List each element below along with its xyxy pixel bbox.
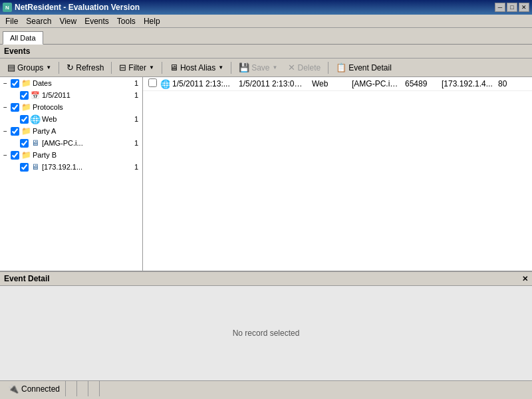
event-detail-body: No record selected — [0, 286, 532, 380]
expand-amg-pc[interactable] — [11, 139, 19, 147]
window-title: NetResident - Evaluation Version — [15, 3, 140, 12]
check-protocols[interactable] — [11, 103, 19, 112]
main-container: Events ▤ Groups ▼ ↻ Refresh ⊟ Filter ▼ 🖥 — [0, 44, 532, 380]
sep4 — [231, 62, 231, 74]
check-party-a[interactable] — [11, 127, 19, 136]
refresh-button[interactable]: ↻ Refresh — [62, 61, 108, 75]
expand-protocols[interactable]: − — [1, 103, 9, 111]
status-seg3 — [77, 381, 88, 396]
title-bar: N NetResident - Evaluation Version ─ □ ✕ — [0, 0, 532, 15]
folder-icon-party-a: 📁 — [21, 126, 31, 136]
label-ip: [173.192.1... — [42, 163, 134, 171]
toolbar: ▤ Groups ▼ ↻ Refresh ⊟ Filter ▼ 🖥 Host A… — [0, 59, 532, 77]
folder-icon-protocols: 📁 — [21, 102, 31, 112]
expand-ip[interactable] — [11, 163, 19, 171]
event-detail-button[interactable]: 📋 Event Detail — [331, 61, 396, 75]
folder-icon-dates: 📁 — [21, 78, 31, 88]
menu-file[interactable]: File — [1, 15, 22, 27]
tab-bar: All Data — [0, 28, 532, 44]
expand-web[interactable] — [11, 115, 19, 123]
event-detail-section: Event Detail ✕ No record selected — [0, 271, 532, 380]
label-date1: 1/5/2011 — [42, 91, 134, 99]
groups-icon: ▤ — [7, 63, 15, 72]
connected-label: Connected — [21, 384, 60, 394]
tree-panel: − 📁 Dates 1 📅 1/5/2011 1 − — [0, 77, 143, 271]
tree-item-dates[interactable]: − 📁 Dates 1 — [0, 77, 142, 89]
host-alias-icon: 🖥 — [170, 63, 178, 72]
delete-button[interactable]: ✕ Delete — [283, 61, 325, 75]
groups-dropdown-arrow: ▼ — [46, 65, 51, 70]
folder-icon-party-b: 📁 — [21, 150, 31, 160]
menu-view[interactable]: View — [55, 15, 80, 27]
row-port-0: 65489 — [402, 79, 439, 88]
events-header: Events — [0, 45, 532, 59]
row-protocol-0: Web — [309, 79, 349, 88]
row-date1-0: 1/5/2011 2:13:... — [170, 79, 236, 88]
menu-events[interactable]: Events — [80, 15, 113, 27]
row-party-a-0: [AMG-PC.int... — [349, 79, 402, 88]
row-protocol-icon-0: 🌐 — [160, 79, 170, 89]
status-connected: 🔌 Connected — [3, 381, 66, 396]
save-icon: 💾 — [239, 63, 249, 72]
window-controls: ─ □ ✕ — [495, 3, 529, 12]
no-record-text: No record selected — [233, 329, 300, 338]
check-dates[interactable] — [11, 79, 19, 88]
expand-date1[interactable] — [11, 91, 19, 99]
filter-dropdown-arrow: ▼ — [149, 65, 154, 70]
row-date2-0: 1/5/2011 2:13:00 ... — [236, 79, 309, 88]
check-web[interactable] — [20, 115, 29, 124]
label-party-a: Party A — [33, 127, 138, 135]
check-amg-pc[interactable] — [20, 139, 29, 148]
event-detail-title: Event Detail — [4, 274, 50, 283]
sep3 — [162, 62, 162, 74]
delete-icon: ✕ — [288, 63, 295, 72]
row-check-0[interactable] — [148, 78, 157, 87]
filter-icon: ⊟ — [119, 63, 126, 72]
tree-item-protocols[interactable]: − 📁 Protocols — [0, 101, 142, 113]
count-web: 1 — [134, 115, 138, 123]
label-protocols: Protocols — [33, 103, 138, 111]
check-party-b[interactable] — [11, 151, 19, 160]
status-seg4 — [88, 381, 100, 396]
computer-icon-amg: 🖥 — [30, 138, 41, 148]
expand-dates[interactable]: − — [1, 79, 9, 87]
menu-bar: File Search View Events Tools Help — [0, 15, 532, 28]
data-panel: 🌐 1/5/2011 2:13:... 1/5/2011 2:13:00 ...… — [143, 77, 532, 271]
close-button[interactable]: ✕ — [519, 3, 529, 12]
label-web: Web — [42, 115, 134, 123]
count-dates: 1 — [134, 79, 138, 87]
refresh-icon: ↻ — [66, 63, 74, 72]
event-detail-icon: 📋 — [336, 63, 346, 72]
save-button[interactable]: 💾 Save ▼ — [234, 61, 282, 75]
tab-all-data[interactable]: All Data — [3, 31, 43, 45]
menu-tools[interactable]: Tools — [113, 15, 140, 27]
expand-party-a[interactable]: − — [1, 127, 9, 135]
label-amg-pc: [AMG-PC.i... — [42, 139, 134, 147]
tree-item-party-b[interactable]: − 📁 Party B — [0, 149, 142, 161]
data-row-0[interactable]: 🌐 1/5/2011 2:13:... 1/5/2011 2:13:00 ...… — [143, 77, 532, 91]
status-seg2 — [66, 381, 77, 396]
tree-item-amg-pc[interactable]: 🖥 [AMG-PC.i... 1 — [0, 137, 142, 149]
check-ip[interactable] — [20, 163, 29, 172]
count-ip: 1 — [134, 163, 138, 171]
menu-search[interactable]: Search — [22, 15, 55, 27]
menu-help[interactable]: Help — [140, 15, 164, 27]
host-alias-button[interactable]: 🖥 Host Alias ▼ — [165, 61, 228, 75]
sep5 — [328, 62, 329, 74]
computer-icon-ip: 🖥 — [30, 162, 41, 172]
event-detail-close-button[interactable]: ✕ — [522, 275, 528, 283]
tree-item-date1[interactable]: 📅 1/5/2011 1 — [0, 89, 142, 101]
tree-item-ip[interactable]: 🖥 [173.192.1... 1 — [0, 161, 142, 173]
tree-item-web[interactable]: 🌐 Web 1 — [0, 113, 142, 125]
filter-button[interactable]: ⊟ Filter ▼ — [114, 61, 159, 75]
app-icon: N — [3, 3, 12, 12]
check-date1[interactable] — [20, 91, 29, 100]
sep1 — [59, 62, 59, 74]
tree-item-party-a[interactable]: − 📁 Party A — [0, 125, 142, 137]
count-date1: 1 — [134, 91, 138, 99]
content-area: − 📁 Dates 1 📅 1/5/2011 1 − — [0, 77, 532, 271]
groups-button[interactable]: ▤ Groups ▼ — [3, 61, 56, 75]
maximize-button[interactable]: □ — [507, 3, 517, 12]
expand-party-b[interactable]: − — [1, 151, 9, 159]
minimize-button[interactable]: ─ — [495, 3, 505, 12]
